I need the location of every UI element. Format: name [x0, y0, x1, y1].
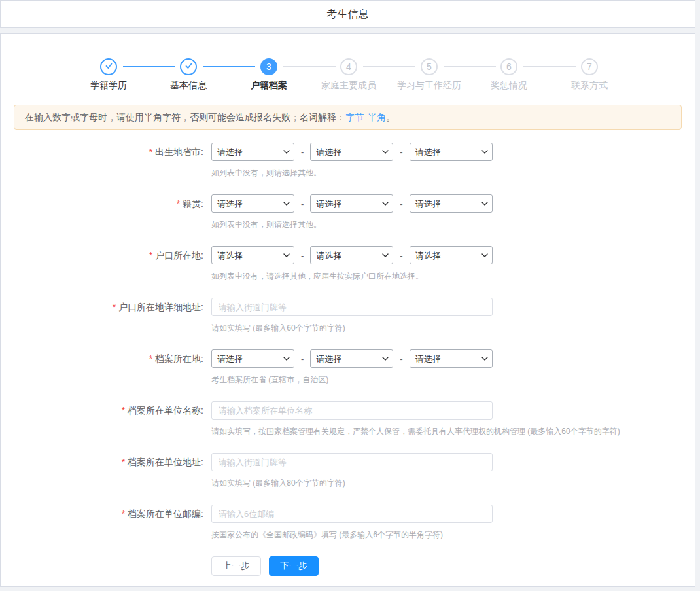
required-asterisk: * [122, 405, 125, 416]
stepper-step-3-current: 3 户籍档案 [228, 58, 309, 92]
stepper-step-1: 学籍学历 [68, 58, 149, 92]
link-halfwidth-definition[interactable]: 半角 [368, 112, 386, 122]
archive-unit-name-input[interactable] [211, 401, 493, 420]
field-label: *籍贯: [1, 194, 203, 213]
check-icon [105, 62, 113, 72]
step-label: 奖惩情况 [468, 80, 550, 92]
form-row-archive-unit-address: *档案所在单位地址: 请如实填写 (最多输入80个字节的字符) [1, 453, 695, 489]
field-label: *档案所在单位名称: [1, 401, 203, 420]
field-hint: 按国家公布的《全国邮政编码》填写 (最多输入6个字节的半角字符) [211, 529, 493, 541]
step-circle: 3 [260, 58, 277, 75]
hukou-city-select[interactable]: 请选择 [310, 246, 393, 264]
step-label: 学籍学历 [68, 80, 149, 92]
page: 考生信息 学籍学历 基本信息 3 [0, 0, 700, 591]
form-actions: 上一步 下一步 [1, 556, 695, 576]
separator: - [301, 251, 304, 260]
step-label: 联系方式 [549, 80, 630, 92]
stepper-step-2: 基本信息 [148, 58, 229, 92]
step-connector [444, 66, 496, 67]
form-row-archive-location: *档案所在地: 请选择 - 请选择 - 请选择 考生档案所在省 (直辖市，自治区… [1, 349, 695, 385]
field-hint: 请如实填写 (最多输入80个字节的字符) [211, 478, 493, 489]
archive-postcode-input[interactable] [211, 505, 493, 523]
step-label: 户籍档案 [228, 80, 309, 92]
separator: - [400, 199, 402, 209]
step-circle [180, 58, 197, 75]
stepper-step-5: 5 学习与工作经历 [389, 58, 470, 92]
page-title: 考生信息 [1, 1, 695, 27]
step-label: 基本信息 [148, 80, 229, 92]
hukou-address-input[interactable] [211, 298, 493, 316]
notice-banner: 在输入数字或字母时，请使用半角字符，否则可能会造成报名失败；名词解释：字节半角。 [14, 105, 682, 130]
required-asterisk: * [149, 250, 152, 260]
candidate-form: *出生地省市: 请选择 - 请选择 - 请选择 如列表中没有，则请选择其他。 *… [1, 143, 695, 576]
separator: - [301, 147, 304, 157]
form-row-birthplace: *出生地省市: 请选择 - 请选择 - 请选择 如列表中没有，则请选择其他。 [1, 143, 695, 179]
archive-city-select[interactable]: 请选择 [310, 349, 393, 368]
step-circle: 6 [500, 58, 517, 75]
step-circle: 5 [421, 58, 438, 75]
birthplace-city-select[interactable]: 请选择 [310, 143, 393, 161]
stepper-step-6: 6 奖惩情况 [468, 58, 550, 92]
step-connector [203, 66, 255, 67]
hukou-district-select[interactable]: 请选择 [410, 246, 493, 264]
step-connector [363, 66, 415, 67]
link-byte-definition[interactable]: 字节 [345, 112, 364, 122]
form-row-native-place: *籍贯: 请选择 - 请选择 - 请选择 如列表中没有，则请选择其他。 [1, 194, 695, 230]
required-asterisk: * [177, 198, 180, 209]
form-panel: 学籍学历 基本信息 3 户籍档案 4 家庭主要成员 5 学习与工作经历 [0, 33, 695, 587]
birthplace-district-select[interactable]: 请选择 [410, 143, 493, 161]
step-connector [523, 66, 576, 67]
step-circle: 7 [581, 58, 598, 75]
separator: - [301, 354, 304, 364]
required-asterisk: * [122, 457, 125, 467]
notice-suffix: 。 [386, 112, 395, 122]
field-hint: 请如实填写 (最多输入60个字节的字符) [211, 323, 493, 334]
form-row-archive-postcode: *档案所在单位邮编: 按国家公布的《全国邮政编码》填写 (最多输入6个字节的半角… [1, 505, 695, 541]
step-circle: 4 [340, 58, 357, 75]
separator: - [400, 354, 402, 364]
required-asterisk: * [113, 302, 116, 312]
field-hint: 如列表中没有，则请选择其他。 [211, 219, 493, 230]
separator: - [400, 251, 402, 260]
separator: - [400, 147, 402, 157]
prev-step-button[interactable]: 上一步 [211, 556, 261, 576]
field-label: *户口所在地详细地址: [1, 298, 203, 316]
step-connector [123, 66, 175, 67]
hukou-province-select[interactable]: 请选择 [211, 246, 294, 264]
required-asterisk: * [122, 509, 125, 519]
step-circle [100, 58, 117, 75]
check-icon [184, 62, 193, 72]
form-row-hukou-location: *户口所在地: 请选择 - 请选择 - 请选择 如列表中没有，请选择其他，应届生… [1, 246, 695, 282]
field-hint: 请如实填写，按国家档案管理有关规定，严禁个人保管，需委托具有人事代理权的机构管理… [211, 426, 620, 437]
birthplace-province-select[interactable]: 请选择 [211, 143, 294, 161]
separator: - [301, 199, 304, 209]
field-label: *档案所在单位地址: [1, 453, 203, 471]
field-hint: 如列表中没有，则请选择其他。 [211, 168, 493, 179]
field-label: *出生地省市: [1, 143, 203, 161]
field-hint: 如列表中没有，请选择其他，应届生按实际户口所在地选择。 [211, 271, 493, 282]
form-row-hukou-address: *户口所在地详细地址: 请如实填写 (最多输入60个字节的字符) [1, 298, 695, 334]
form-row-archive-unit-name: *档案所在单位名称: 请如实填写，按国家档案管理有关规定，严禁个人保管，需委托具… [1, 401, 695, 437]
field-label: *档案所在单位邮编: [1, 505, 203, 523]
required-asterisk: * [149, 147, 152, 157]
field-label: *档案所在地: [1, 349, 203, 368]
archive-unit-address-input[interactable] [211, 453, 493, 471]
step-label: 家庭主要成员 [308, 80, 389, 92]
archive-province-select[interactable]: 请选择 [211, 349, 294, 368]
native-place-district-select[interactable]: 请选择 [410, 194, 493, 213]
stepper-step-7: 7 联系方式 [549, 58, 630, 92]
step-label: 学习与工作经历 [389, 80, 470, 92]
notice-text: 在输入数字或字母时，请使用半角字符，否则可能会造成报名失败；名词解释： [25, 112, 345, 122]
step-connector [283, 66, 336, 67]
page-header: 考生信息 [0, 0, 695, 28]
native-place-city-select[interactable]: 请选择 [310, 194, 393, 213]
required-asterisk: * [149, 353, 152, 364]
field-label: *户口所在地: [1, 246, 203, 264]
archive-district-select[interactable]: 请选择 [410, 349, 493, 368]
stepper: 学籍学历 基本信息 3 户籍档案 4 家庭主要成员 5 学习与工作经历 [1, 34, 695, 94]
stepper-step-4: 4 家庭主要成员 [308, 58, 389, 92]
native-place-province-select[interactable]: 请选择 [211, 194, 294, 213]
next-step-button[interactable]: 下一步 [269, 556, 319, 576]
field-hint: 考生档案所在省 (直辖市，自治区) [211, 374, 493, 385]
